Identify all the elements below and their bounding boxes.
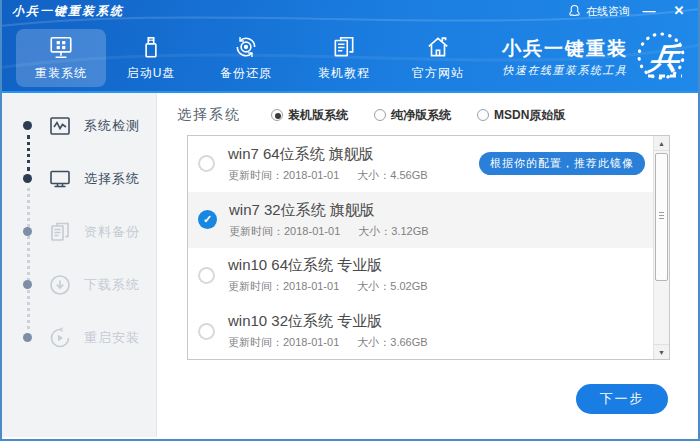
system-meta: 更新时间：2018-01-01 大小：4.56GB [228,168,428,183]
edition-option-msdn[interactable]: MSDN原始版 [477,107,565,124]
app-window: 小兵一键重装系统 在线咨询 — ✕ [0,0,700,441]
window-title: 小兵一键重装系统 [12,3,124,20]
nav-item-label: 启动U盘 [127,65,176,82]
system-size: 大小：3.12GB [358,224,428,239]
system-row-win7-64[interactable]: win7 64位系统 旗舰版 更新时间：2018-01-01 大小：4.56GB… [188,136,669,192]
step-sidebar: 系统检测 选择系统 [2,93,157,437]
system-name: win7 32位系统 旗舰版 [229,201,429,220]
edition-select-row: 选择系统 装机版系统 纯净版系统 MSDN原始版 [177,106,591,124]
edition-option-installer[interactable]: 装机版系统 [271,107,348,124]
nav-item-label: 装机教程 [318,65,370,82]
sidebar-step-label: 选择系统 [84,170,140,188]
scroll-up-arrow-icon[interactable]: ▲ [654,136,669,151]
system-updated: 更新时间：2018-01-01 [228,168,339,183]
tutorial-docs-icon [331,34,357,60]
checkmark-icon[interactable]: ✓ [198,210,217,229]
nav-item-reinstall-system[interactable]: 重装系统 [16,29,106,87]
system-row-win10-32[interactable]: win10 32位系统 专业版 更新时间：2018-01-01 大小：3.66G… [188,303,669,359]
system-size: 大小：5.02GB [357,279,427,294]
usb-drive-icon [138,34,164,60]
official-site-home-icon [425,34,451,60]
system-size: 大小：4.56GB [357,168,427,183]
online-support-link[interactable]: 在线咨询 [567,4,630,19]
sidebar-step-download-system[interactable]: 下载系统 [2,262,156,307]
minimize-button[interactable]: — [638,2,660,20]
system-updated: 更新时间：2018-01-01 [229,224,340,239]
sidebar-step-system-check[interactable]: 系统检测 [2,103,156,148]
nav-item-label: 官方网站 [412,65,464,82]
system-meta: 更新时间：2018-01-01 大小：3.66GB [228,335,428,350]
radio-icon [477,109,489,121]
sidebar-step-restart-install[interactable]: 重启安装 [2,315,156,360]
system-meta: 更新时间：2018-01-01 大小：5.02GB [228,279,428,294]
qq-penguin-icon [567,4,582,19]
main-nav: 重装系统 启动U盘 [2,22,698,93]
content: 系统检测 选择系统 [2,93,698,437]
close-button[interactable]: ✕ [668,2,690,20]
system-row-win10-64[interactable]: win10 64位系统 专业版 更新时间：2018-01-01 大小：5.02G… [188,248,669,304]
system-name: win10 32位系统 专业版 [228,312,428,331]
backup-restore-icon [233,34,259,60]
svg-text:兵: 兵 [646,41,683,74]
sidebar-step-select-system[interactable]: 选择系统 [2,156,156,201]
nav-item-official-site[interactable]: 官方网站 [393,29,483,87]
sidebar-step-label: 重启安装 [84,329,140,347]
system-info: win10 64位系统 专业版 更新时间：2018-01-01 大小：5.02G… [228,256,428,294]
system-check-icon [48,114,72,138]
sidebar-step-label: 资料备份 [84,223,140,241]
system-info: win10 32位系统 专业版 更新时间：2018-01-01 大小：3.66G… [228,312,428,350]
radio-icon [271,109,283,121]
system-name: win10 64位系统 专业版 [228,256,428,275]
radio-icon [374,109,386,121]
monitor-grid-icon [48,34,74,60]
system-updated: 更新时间：2018-01-01 [228,335,339,350]
recommended-badge: 根据你的配置，推荐此镜像 [479,152,645,175]
brand-name: 小兵一键重装 [502,38,628,61]
edition-option-pure[interactable]: 纯净版系统 [374,107,451,124]
download-system-icon [48,273,72,297]
system-name: win7 64位系统 旗舰版 [228,145,428,164]
system-info: win7 64位系统 旗舰版 更新时间：2018-01-01 大小：4.56GB [228,145,428,183]
section-label: 选择系统 [177,106,241,124]
radio-icon[interactable] [198,155,215,172]
scroll-down-arrow-icon[interactable]: ▼ [654,344,669,359]
system-meta: 更新时间：2018-01-01 大小：3.12GB [229,224,429,239]
main-panel: 选择系统 装机版系统 纯净版系统 MSDN原始版 [157,93,698,437]
data-backup-icon [48,220,72,244]
brand-tagline: 快速在线重装系统工具 [502,64,628,77]
radio-icon[interactable] [198,267,215,284]
system-size: 大小：3.66GB [357,335,427,350]
titlebar-controls: 在线咨询 — ✕ [567,2,690,20]
brand-block: 小兵一键重装 快速在线重装系统工具 [502,38,628,78]
sidebar-step-label: 下载系统 [84,276,140,294]
nav-item-label: 备份还原 [220,65,272,82]
select-system-monitor-icon [48,167,72,191]
brand-logo-icon: 兵 [634,27,692,85]
system-row-win7-32[interactable]: ✓ win7 32位系统 旗舰版 更新时间：2018-01-01 大小：3.12… [188,192,669,248]
nav-item-label: 重装系统 [35,65,87,82]
titlebar: 小兵一键重装系统 在线咨询 — ✕ [2,0,698,22]
edition-option-label: MSDN原始版 [494,107,565,124]
sidebar-step-data-backup[interactable]: 资料备份 [2,209,156,254]
system-updated: 更新时间：2018-01-01 [228,279,339,294]
online-support-label: 在线咨询 [586,4,630,19]
edition-option-label: 纯净版系统 [391,107,451,124]
scrollbar-thumb[interactable] [655,153,668,281]
list-scrollbar[interactable]: ▲ ▼ [653,136,669,359]
nav-item-backup-restore[interactable]: 备份还原 [201,29,291,87]
header: 小兵一键重装系统 在线咨询 — ✕ [2,0,698,93]
nav-item-tutorial[interactable]: 装机教程 [299,29,389,87]
system-list: win7 64位系统 旗舰版 更新时间：2018-01-01 大小：4.56GB… [187,135,670,360]
radio-icon[interactable] [198,323,215,340]
sidebar-step-label: 系统检测 [84,117,140,135]
edition-option-label: 装机版系统 [288,107,348,124]
restart-install-icon [48,326,72,350]
system-info: win7 32位系统 旗舰版 更新时间：2018-01-01 大小：3.12GB [229,201,429,239]
next-step-button[interactable]: 下一步 [576,384,668,414]
nav-item-boot-usb[interactable]: 启动U盘 [106,29,196,87]
